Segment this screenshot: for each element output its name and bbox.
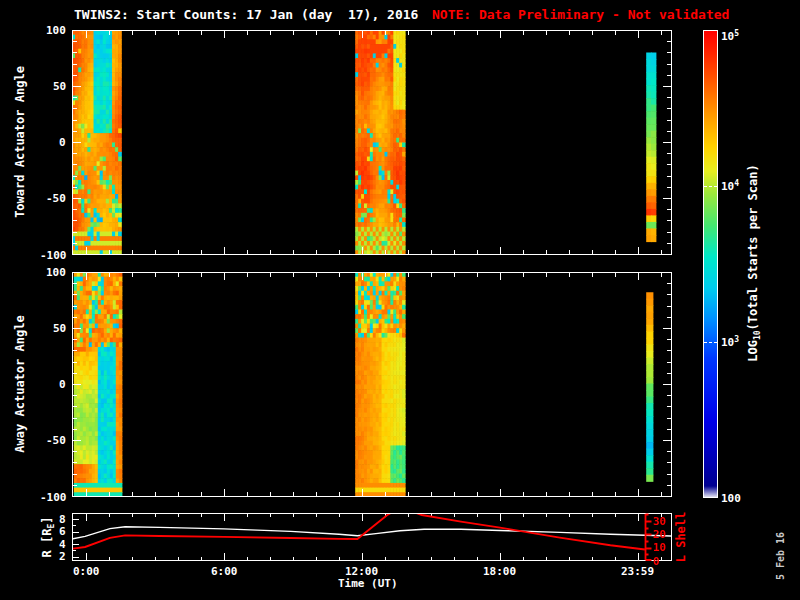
x-tick-label: 12:00	[345, 566, 378, 577]
r-tick-label: 4	[59, 539, 66, 550]
r-tick-label: 6	[59, 526, 66, 537]
toward-y-axis-title: Toward Actuator Angle	[14, 66, 26, 218]
l-shell-tick-label: 0	[653, 556, 660, 567]
page-title: TWINS2: Start Counts: 17 Jan (day 17), 2…	[74, 8, 418, 21]
x-tick-label: 0:00	[73, 566, 100, 577]
y-tick-label-away: 100	[46, 267, 66, 278]
date-stamp: 5 Feb 16	[775, 532, 786, 580]
x-axis-title: Time (UT)	[338, 578, 398, 589]
away-y-axis-title: Away Actuator Angle	[14, 315, 26, 452]
y-tick-label-away: -100	[40, 492, 67, 503]
l-shell-tick-label: 20	[653, 529, 666, 540]
x-tick-label: 18:00	[483, 566, 516, 577]
r-axis-title: R [RE]	[41, 517, 56, 558]
y-tick-label-toward: -100	[40, 250, 67, 261]
colorbar-tick-label: 103	[721, 336, 739, 348]
y-tick-label-away: 0	[59, 379, 66, 390]
colorbar-tick-label: 100	[721, 493, 741, 504]
x-tick-label: 6:00	[211, 566, 238, 577]
y-tick-label-toward: 0	[59, 137, 66, 148]
l-shell-axis-title: L Shell	[675, 512, 687, 563]
twins2-plot-window: TWINS2: Start Counts: 17 Jan (day 17), 2…	[0, 0, 800, 600]
y-tick-label-toward: -50	[46, 193, 66, 204]
away-heatmap-canvas	[72, 272, 672, 497]
y-tick-label-toward: 50	[53, 81, 66, 92]
r-tick-label: 8	[59, 514, 66, 525]
colorbar-tick-label: 105	[721, 30, 739, 42]
l-shell-tick-label: 10	[653, 542, 666, 553]
y-tick-label-away: 50	[53, 323, 66, 334]
x-tick-label: 23:59	[621, 566, 654, 577]
toward-heatmap-canvas	[72, 30, 672, 255]
preliminary-note: NOTE: Data Preliminary - Not validated	[432, 8, 729, 21]
y-tick-label-away: -50	[46, 435, 66, 446]
r-tick-label: 2	[59, 551, 66, 562]
colorbar-canvas	[703, 30, 718, 498]
colorbar-tick-label: 104	[721, 180, 739, 192]
orbit-line-plot-canvas	[72, 513, 672, 561]
l-shell-tick-label: 30	[653, 516, 666, 527]
colorbar-title: LOG10(Total Starts per Scan)	[747, 164, 762, 362]
y-tick-label-toward: 100	[46, 25, 66, 36]
